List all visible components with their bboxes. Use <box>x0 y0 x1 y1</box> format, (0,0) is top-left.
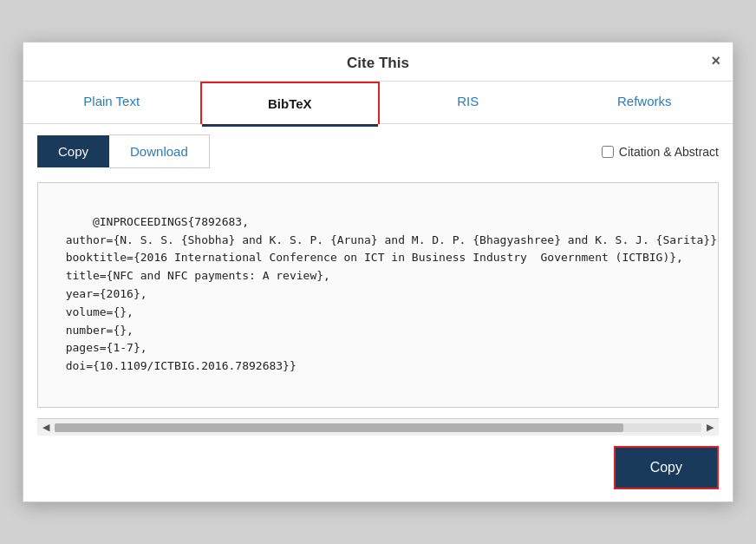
citation-abstract-checkbox[interactable] <box>602 146 614 158</box>
tab-refworks[interactable]: Refworks <box>557 82 733 123</box>
tab-plain-text[interactable]: Plain Text <box>23 82 200 123</box>
download-button[interactable]: Download <box>109 134 210 168</box>
scroll-right-arrow[interactable]: ▶ <box>705 422 715 433</box>
modal-overlay: Cite This × Plain Text BibTeX RIS Refwor… <box>0 0 756 544</box>
bibtex-code-text: @INPROCEEDINGS{7892683, author={N. S. S.… <box>52 215 719 372</box>
tabs-row: Plain Text BibTeX RIS Refworks <box>23 82 733 124</box>
copy-button[interactable]: Copy <box>37 135 109 167</box>
modal-header: Cite This × <box>23 43 733 82</box>
close-button[interactable]: × <box>711 53 720 69</box>
horizontal-scrollbar[interactable]: ◀ ▶ <box>37 418 719 436</box>
citation-abstract-wrapper: Citation & Abstract <box>602 145 719 159</box>
modal-dialog: Cite This × Plain Text BibTeX RIS Refwor… <box>23 42 733 502</box>
scroll-thumb <box>55 423 623 432</box>
citation-abstract-label: Citation & Abstract <box>619 145 719 159</box>
scroll-left-arrow[interactable]: ◀ <box>41 422 51 433</box>
scroll-track[interactable] <box>55 423 701 432</box>
actions-row: Copy Download Citation & Abstract <box>23 124 733 179</box>
modal-footer: Copy <box>23 436 733 501</box>
tab-bibtex[interactable]: BibTeX <box>200 82 381 124</box>
tab-ris[interactable]: RIS <box>380 82 557 123</box>
modal-title: Cite This <box>347 55 409 72</box>
footer-copy-button[interactable]: Copy <box>614 446 719 489</box>
bibtex-code-box: @INPROCEEDINGS{7892683, author={N. S. S.… <box>37 182 719 408</box>
